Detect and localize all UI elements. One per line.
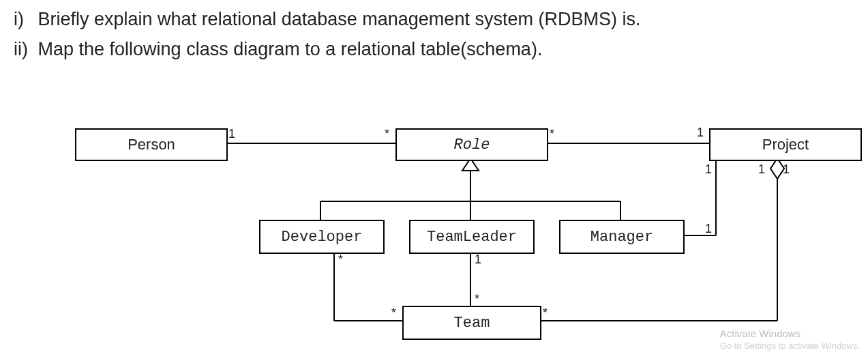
class-diagram: Person Role Project Developer TeamLeader… (0, 102, 868, 359)
question-ii: ii) Map the following class diagram to a… (14, 34, 868, 64)
question-i: i) Briefly explain what relational datab… (14, 4, 868, 34)
question-i-text: Briefly explain what relational database… (38, 9, 641, 29)
class-developer-label: Developer (282, 229, 363, 246)
mult-role-right: * (550, 127, 554, 141)
class-manager-label: Manager (590, 229, 653, 246)
mult-project-left: 1 (697, 126, 704, 140)
class-project-label: Project (762, 136, 809, 154)
mult-manager-project-project: 1 (705, 162, 712, 177)
mult-role-left: * (385, 127, 389, 141)
mult-manager-project-manager: 1 (705, 222, 712, 236)
windows-activation-watermark: Activate Windows Go to Settings to activ… (720, 328, 860, 352)
class-person-label: Person (128, 136, 175, 154)
class-project: Project (709, 128, 862, 161)
class-team-label: Team (454, 315, 490, 332)
mult-aggregation-top: 1 (783, 162, 790, 177)
class-person: Person (75, 128, 228, 161)
mult-tl-team-team: * (475, 292, 479, 306)
class-role: Role (395, 128, 548, 161)
class-teamleader-label: TeamLeader (427, 229, 517, 246)
question-ii-number: ii) (14, 34, 33, 64)
question-i-number: i) (14, 4, 33, 34)
class-role-label: Role (454, 137, 490, 154)
mult-person-side: 1 (228, 127, 235, 141)
class-developer: Developer (259, 220, 385, 254)
watermark-line2: Go to Settings to activate Windows. (720, 340, 860, 352)
page: i) Briefly explain what relational datab… (0, 0, 868, 359)
class-team: Team (402, 306, 541, 340)
class-manager: Manager (559, 220, 685, 254)
mult-project-team-team: * (543, 306, 548, 320)
class-teamleader: TeamLeader (409, 220, 535, 254)
mult-dev-team-dev: * (338, 253, 343, 267)
question-ii-text: Map the following class diagram to a rel… (38, 39, 543, 59)
mult-dev-team-team: * (391, 306, 396, 320)
svg-marker-13 (770, 158, 784, 179)
watermark-line1: Activate Windows (720, 328, 860, 340)
mult-project-team-project: 1 (758, 162, 765, 177)
mult-tl-team-tl: 1 (475, 253, 481, 267)
